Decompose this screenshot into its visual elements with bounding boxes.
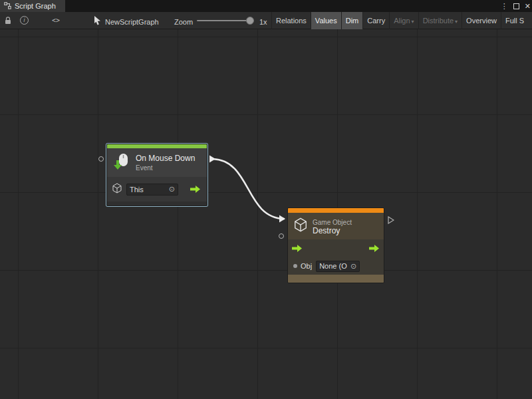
carry-button[interactable]: Carry <box>362 12 389 29</box>
chevron-down-icon: ▾ <box>455 19 458 25</box>
close-icon[interactable]: ✕ <box>525 0 531 12</box>
lock-icon[interactable] <box>4 16 12 26</box>
overview-button[interactable]: Overview <box>462 12 501 29</box>
node-title: On Mouse Down <box>136 154 195 163</box>
toolbar-buttons: Relations Values Dim Carry Align▾ Distri… <box>271 12 528 29</box>
align-button[interactable]: Align▾ <box>389 12 418 29</box>
menu-icon[interactable]: ⋮ <box>501 0 508 12</box>
obj-object-field[interactable]: None (O ⊙ <box>316 261 360 272</box>
fullscreen-button[interactable]: Full S <box>501 12 528 29</box>
destroy-obj-port[interactable] <box>279 233 284 239</box>
node-destroy[interactable]: Game Object Destroy Obj None (O ⊙ <box>287 207 384 283</box>
code-view-icon[interactable]: <> <box>48 15 64 27</box>
obj-label: Obj <box>301 262 312 270</box>
gameobject-cube-icon <box>293 217 308 235</box>
mouse-down-event-icon <box>112 152 131 174</box>
gameobject-cube-icon <box>112 183 122 196</box>
flow-output-port[interactable] <box>190 186 201 193</box>
graph-name[interactable]: NewScriptGraph <box>105 18 159 26</box>
window-titlebar: Script Graph ⋮ ✕ <box>0 0 532 12</box>
graph-toolbar: i <> NewScriptGraph Zoom 1x Relations Va… <box>0 12 532 29</box>
node-on-mouse-down[interactable]: On Mouse Down Event This ⊙ <box>106 144 207 206</box>
node-footer <box>107 201 207 205</box>
event-target-port[interactable] <box>98 156 104 162</box>
target-object-field[interactable]: This ⊙ <box>126 184 178 196</box>
maximize-icon[interactable] <box>513 3 519 9</box>
target-object-value: This <box>130 186 144 194</box>
obj-object-value: None (O <box>319 262 347 270</box>
values-button[interactable]: Values <box>311 12 341 29</box>
destroy-flow-out-port[interactable] <box>388 215 394 227</box>
flow-input-port[interactable] <box>292 245 303 252</box>
flow-output-port[interactable] <box>369 245 380 252</box>
zoom-slider-handle[interactable] <box>246 17 254 25</box>
dim-button[interactable]: Dim <box>341 12 363 29</box>
zoom-label: Zoom <box>174 18 193 26</box>
node-subtitle: Event <box>136 164 195 172</box>
graph-pointer-icon <box>94 16 102 27</box>
script-graph-icon <box>4 2 11 11</box>
connection-wire <box>0 29 532 399</box>
value-port-dot <box>293 264 297 268</box>
object-picker-icon[interactable]: ⊙ <box>169 185 175 194</box>
distribute-button[interactable]: Distribute▾ <box>418 12 462 29</box>
relations-button[interactable]: Relations <box>271 12 311 29</box>
chevron-down-icon: ▾ <box>412 19 414 25</box>
object-picker-icon[interactable]: ⊙ <box>350 262 356 271</box>
graph-canvas[interactable]: On Mouse Down Event This ⊙ <box>0 29 532 399</box>
node-title: Destroy <box>313 226 352 235</box>
tab-title: Script Graph <box>15 2 56 10</box>
node-footer <box>288 275 384 283</box>
tab-script-graph[interactable]: Script Graph <box>0 0 65 12</box>
zoom-value: 1x <box>259 18 267 26</box>
destroy-accent-bar <box>288 208 384 213</box>
node-category: Game Object <box>313 219 352 226</box>
info-icon[interactable]: i <box>20 16 29 25</box>
